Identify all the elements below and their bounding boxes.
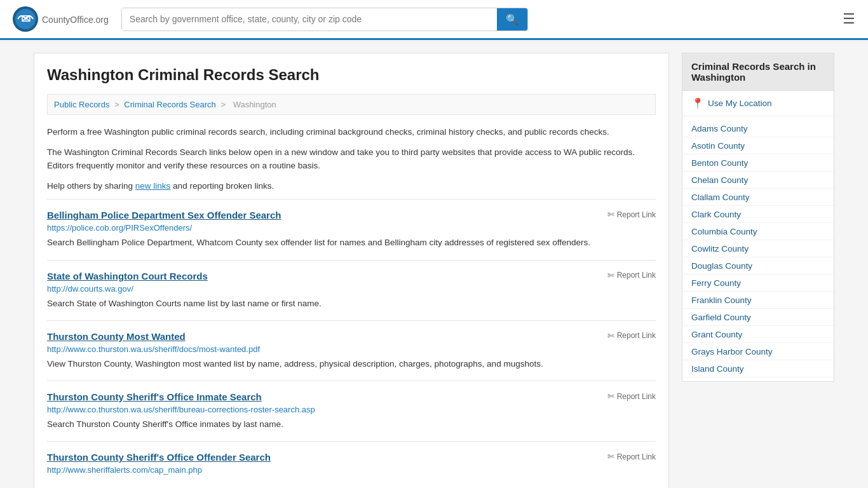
sidebar-list-item: Cowlitz County [682, 240, 834, 257]
result-header: Thurston County Most Wanted ✄ Report Lin… [47, 331, 656, 342]
results-container: Bellingham Police Department Sex Offende… [47, 199, 656, 488]
use-my-location-link[interactable]: Use My Location [708, 98, 772, 108]
county-link-9[interactable]: Ferry County [691, 278, 741, 288]
breadcrumb-separator-1: > [114, 100, 121, 109]
location-pin-icon: 📍 [691, 97, 704, 109]
sidebar-list-item: Island County [682, 360, 834, 377]
county-link-0[interactable]: Adams County [691, 124, 748, 133]
scissors-icon: ✄ [607, 331, 614, 341]
new-links-link[interactable]: new links [135, 181, 171, 191]
county-link-12[interactable]: Grant County [691, 330, 742, 339]
result-header: Thurston County Sheriff's Office Inmate … [47, 391, 656, 402]
result-item: State of Washington Court Records ✄ Repo… [47, 260, 656, 320]
sidebar-list-item: Clark County [682, 206, 834, 223]
result-url-4[interactable]: http://www.sheriffalerts.com/cap_main.ph… [47, 465, 656, 475]
search-bar: 🔍 [121, 8, 528, 31]
sidebar-list-item: Ferry County [682, 274, 834, 292]
result-item: Thurston County Sheriff's Office Offende… [47, 441, 656, 488]
county-link-4[interactable]: Clallam County [691, 193, 750, 202]
scissors-icon: ✄ [607, 452, 614, 461]
description-2: The Washington Criminal Records Search l… [47, 146, 656, 173]
description-3: Help others by sharing new links and rep… [47, 179, 656, 193]
result-url-1[interactable]: http://dw.courts.wa.gov/ [47, 284, 656, 294]
logo-icon: ✉ [13, 6, 38, 32]
result-title-4[interactable]: Thurston County Sheriff's Office Offende… [47, 452, 271, 463]
county-link-6[interactable]: Columbia County [691, 227, 757, 236]
logo-link[interactable]: ✉ CountyOffice.org [13, 6, 109, 32]
result-header: Bellingham Police Department Sex Offende… [47, 210, 656, 220]
sidebar-list-item: Columbia County [682, 223, 834, 240]
sidebar: Criminal Records Search in Washington 📍 … [682, 53, 834, 488]
county-link-5[interactable]: Clark County [691, 210, 741, 219]
report-link-4[interactable]: ✄ Report Link [607, 452, 656, 461]
result-header: State of Washington Court Records ✄ Repo… [47, 271, 656, 281]
result-url-3[interactable]: http://www.co.thurston.wa.us/sheriff/bur… [47, 405, 656, 414]
result-item: Bellingham Police Department Sex Offende… [47, 199, 656, 259]
county-link-2[interactable]: Benton County [691, 158, 748, 168]
site-header: ✉ CountyOffice.org 🔍 ☰ [0, 0, 868, 40]
sidebar-list-item: Benton County [682, 154, 834, 172]
sidebar-list-item: Grant County [682, 326, 834, 343]
result-url-0[interactable]: https://police.cob.org/PIRSexOffenders/ [47, 223, 656, 233]
logo-text: CountyOffice.org [42, 13, 109, 26]
breadcrumb-link-public-records[interactable]: Public Records [54, 100, 109, 109]
result-item: Thurston County Most Wanted ✄ Report Lin… [47, 320, 656, 381]
page-title: Washington Criminal Records Search [47, 66, 656, 84]
result-desc-0: Search Bellingham Police Department, Wha… [47, 236, 656, 249]
report-link-1[interactable]: ✄ Report Link [607, 271, 656, 280]
breadcrumb-link-criminal-records[interactable]: Criminal Records Search [124, 100, 216, 109]
description-1: Perform a free Washington public crimina… [47, 125, 656, 139]
sidebar-title: Criminal Records Search in Washington [682, 53, 834, 91]
search-button[interactable]: 🔍 [497, 8, 527, 30]
breadcrumb-separator-2: > [220, 100, 227, 109]
sidebar-list-item: Adams County [682, 120, 834, 137]
county-link-7[interactable]: Cowlitz County [691, 244, 749, 254]
scissors-icon: ✄ [607, 391, 614, 401]
sidebar-location: 📍 Use My Location [682, 91, 834, 116]
sidebar-list-item: Asotin County [682, 137, 834, 154]
result-desc-2: View Thurston County, Washington most wa… [47, 358, 656, 370]
result-desc-1: Search State of Washington Courts name l… [47, 297, 656, 310]
report-link-2[interactable]: ✄ Report Link [607, 331, 656, 341]
county-link-14[interactable]: Island County [691, 364, 744, 374]
county-link-8[interactable]: Douglas County [691, 261, 752, 271]
report-link-3[interactable]: ✄ Report Link [607, 391, 656, 401]
county-link-10[interactable]: Franklin County [691, 295, 752, 305]
sidebar-box: Criminal Records Search in Washington 📍 … [682, 53, 834, 382]
result-item: Thurston County Sheriff's Office Inmate … [47, 381, 656, 441]
breadcrumb-current: Washington [233, 100, 276, 109]
county-list: Adams CountyAsotin CountyBenton CountyCh… [682, 116, 834, 381]
search-input[interactable] [122, 8, 497, 30]
county-link-13[interactable]: Grays Harbor County [691, 347, 773, 356]
county-link-1[interactable]: Asotin County [691, 141, 745, 151]
sidebar-list-item: Garfield County [682, 309, 834, 326]
result-title-3[interactable]: Thurston County Sheriff's Office Inmate … [47, 391, 262, 402]
result-desc-3: Search Thurston County Sheriff's Office … [47, 418, 656, 431]
content-area: Washington Criminal Records Search Publi… [34, 53, 669, 488]
result-title-2[interactable]: Thurston County Most Wanted [47, 331, 186, 342]
result-header: Thurston County Sheriff's Office Offende… [47, 452, 656, 463]
report-link-0[interactable]: ✄ Report Link [607, 210, 656, 219]
sidebar-list-item: Grays Harbor County [682, 343, 834, 360]
scissors-icon: ✄ [607, 210, 614, 219]
county-link-11[interactable]: Garfield County [691, 313, 751, 322]
breadcrumb: Public Records > Criminal Records Search… [47, 94, 656, 115]
scissors-icon: ✄ [607, 271, 614, 280]
county-link-3[interactable]: Chelan County [691, 175, 748, 185]
menu-button[interactable]: ☰ [843, 11, 855, 27]
sidebar-list-item: Franklin County [682, 292, 834, 309]
description-3-post: and reporting broken links. [170, 181, 274, 191]
description-3-pre: Help others by sharing [47, 181, 135, 191]
sidebar-list-item: Clallam County [682, 189, 834, 206]
result-title-0[interactable]: Bellingham Police Department Sex Offende… [47, 210, 281, 220]
sidebar-list-item: Douglas County [682, 257, 834, 274]
sidebar-list-item: Chelan County [682, 172, 834, 189]
result-title-1[interactable]: State of Washington Court Records [47, 271, 208, 281]
main-container: Washington Criminal Records Search Publi… [21, 40, 847, 488]
result-url-2[interactable]: http://www.co.thurston.wa.us/sheriff/doc… [47, 344, 656, 354]
